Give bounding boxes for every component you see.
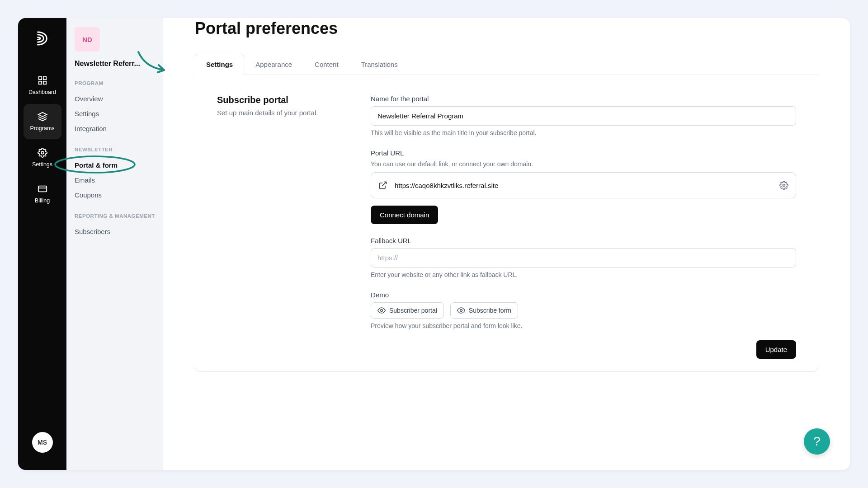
portal-name-label: Name for the portal	[371, 95, 796, 103]
page-title: Portal preferences	[195, 18, 818, 38]
svg-line-9	[382, 182, 386, 186]
svg-point-5	[41, 151, 44, 154]
sidebar-item-overview[interactable]: Overview	[75, 91, 155, 106]
tab-translations[interactable]: Translations	[350, 54, 409, 75]
rail-item-billing[interactable]: Billing	[24, 176, 61, 211]
svg-point-12	[460, 310, 462, 312]
rail-item-programs[interactable]: Programs	[24, 104, 61, 139]
demo-hint: Preview how your subscriber portal and f…	[371, 322, 796, 329]
help-button[interactable]: ?	[804, 428, 830, 455]
demo-btn2-label: Subscribe form	[469, 307, 511, 314]
section-label-program: PROGRAM	[75, 80, 155, 86]
rail-label: Programs	[30, 125, 54, 131]
sidebar: ND Newsletter Referr... PROGRAM Overview…	[66, 18, 163, 470]
question-icon: ?	[813, 434, 821, 449]
portal-url-value: https://caqo8khkzvtliks.referral.site	[395, 182, 772, 189]
user-avatar[interactable]: MS	[32, 432, 53, 453]
svg-point-10	[783, 184, 785, 187]
demo-label: Demo	[371, 291, 796, 299]
demo-btn1-label: Subscriber portal	[389, 307, 437, 314]
svg-point-11	[381, 310, 383, 312]
rail-label: Billing	[35, 197, 50, 204]
section-label-newsletter: NEWSLETTER	[75, 147, 155, 152]
fallback-hint: Enter your website or any other link as …	[371, 271, 796, 278]
gear-icon	[38, 148, 47, 158]
sidebar-item-portal-form[interactable]: Portal & form	[75, 158, 118, 173]
update-button[interactable]: Update	[756, 340, 796, 359]
section-label-reporting: REPORTING & MANAGEMENT	[75, 213, 155, 219]
svg-rect-2	[38, 81, 41, 84]
tab-appearance[interactable]: Appearance	[244, 54, 303, 75]
layers-icon	[38, 112, 47, 122]
demo-subscribe-form-button[interactable]: Subscribe form	[450, 302, 518, 319]
external-link-icon[interactable]	[378, 181, 387, 190]
eye-icon	[377, 306, 386, 314]
fallback-input[interactable]	[371, 248, 796, 267]
svg-rect-3	[43, 81, 46, 84]
portal-name-input[interactable]	[371, 106, 796, 126]
main-content: Portal preferences Settings Appearance C…	[163, 18, 850, 470]
sidebar-item-integration[interactable]: Integration	[75, 121, 155, 136]
portal-url-label: Portal URL	[371, 149, 796, 157]
app-frame: Dashboard Programs Settings Billing	[18, 18, 850, 470]
tab-settings[interactable]: Settings	[195, 54, 244, 75]
sidebar-item-coupons[interactable]: Coupons	[75, 188, 155, 202]
rail-label: Dashboard	[28, 89, 56, 95]
tabs: Settings Appearance Content Translations	[195, 53, 818, 75]
nav-rail: Dashboard Programs Settings Billing	[18, 18, 66, 470]
dashboard-icon	[38, 75, 47, 85]
svg-rect-1	[43, 77, 46, 80]
sidebar-item-subscribers[interactable]: Subscribers	[75, 224, 155, 239]
rail-item-settings[interactable]: Settings	[24, 140, 61, 175]
portal-name-hint: This will be visible as the main title i…	[371, 129, 796, 136]
section-desc: Set up main details of your portal.	[217, 109, 344, 117]
svg-rect-0	[38, 77, 41, 80]
svg-marker-4	[38, 113, 46, 117]
rail-item-dashboard[interactable]: Dashboard	[24, 68, 61, 103]
program-name: Newsletter Referr...	[75, 60, 155, 68]
tab-content[interactable]: Content	[303, 54, 350, 75]
logo-icon	[36, 31, 49, 46]
eye-icon	[457, 306, 465, 314]
rail-label: Settings	[32, 161, 52, 168]
demo-subscriber-portal-button[interactable]: Subscriber portal	[371, 302, 444, 319]
credit-card-icon	[38, 184, 47, 194]
program-badge: ND	[75, 27, 100, 52]
fallback-label: Fallback URL	[371, 237, 796, 244]
section-title: Subscribe portal	[217, 95, 344, 105]
tab-content-box: Subscribe portal Set up main details of …	[195, 75, 818, 372]
connect-domain-button[interactable]: Connect domain	[371, 206, 438, 224]
url-settings-icon[interactable]	[779, 181, 788, 190]
sidebar-item-settings[interactable]: Settings	[75, 106, 155, 121]
portal-url-sublabel: You can use our default link, or connect…	[371, 160, 796, 168]
sidebar-item-emails[interactable]: Emails	[75, 173, 155, 188]
svg-rect-6	[38, 186, 46, 192]
portal-url-box: https://caqo8khkzvtliks.referral.site	[371, 172, 796, 198]
